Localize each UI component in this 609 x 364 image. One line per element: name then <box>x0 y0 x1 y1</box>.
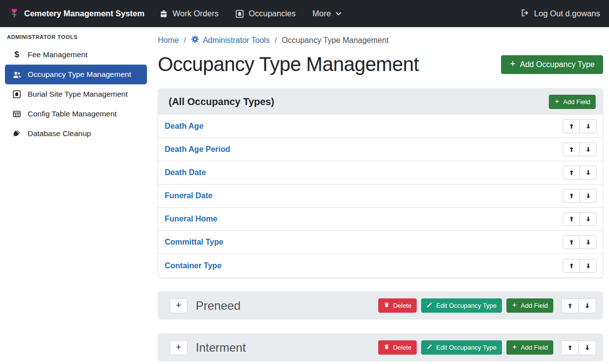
field-row: Death Age <box>158 115 603 138</box>
breadcrumb-admin-tools-link[interactable]: Administrator Tools <box>191 35 270 45</box>
delete-button[interactable]: Delete <box>378 298 417 313</box>
sidebar-item-config-table-management[interactable]: Config Table Management <box>5 104 147 124</box>
field-row: Death Age Period <box>158 138 603 161</box>
occupancy-type-title: Preneed <box>196 299 378 313</box>
edit-occupancy-type-button[interactable]: Edit Occupancy Type <box>421 298 502 313</box>
reorder-buttons <box>563 166 597 180</box>
gear-icon <box>191 35 199 45</box>
move-down-button[interactable] <box>579 212 597 226</box>
app-brand[interactable]: Cemetery Management System <box>9 7 144 20</box>
field-link-death-age[interactable]: Death Age <box>165 122 204 131</box>
reorder-buttons <box>563 119 597 133</box>
sidebar-heading: Administrator Tools <box>0 28 152 45</box>
sidebar-item-label: Burial Site Type Management <box>28 90 128 99</box>
field-link-container-type[interactable]: Container Type <box>165 261 221 270</box>
plus-icon <box>512 302 517 309</box>
breadcrumb-separator: / <box>275 36 277 45</box>
work-orders-icon <box>159 9 168 18</box>
move-down-button[interactable] <box>579 119 597 133</box>
reorder-buttons <box>563 143 597 156</box>
add-field-label: Add Field <box>521 302 548 309</box>
occupancy-type-actions: Delete Edit Occupancy Type Add Field <box>378 340 596 355</box>
breadcrumb-current: Occupancy Type Management <box>282 36 389 45</box>
plus-icon <box>509 60 516 69</box>
field-link-funeral-home[interactable]: Funeral Home <box>165 215 217 223</box>
move-down-button[interactable] <box>578 298 596 313</box>
reorder-buttons <box>561 340 596 355</box>
move-down-button[interactable] <box>579 259 597 273</box>
plus-icon <box>554 98 560 106</box>
move-up-button[interactable] <box>563 235 580 249</box>
table-icon <box>11 109 22 118</box>
plus-icon <box>512 344 517 351</box>
field-link-committal-type[interactable]: Committal Type <box>165 238 223 247</box>
all-occupancy-types-card: (All Occupancy Types) Add Field Death Ag… <box>158 88 603 278</box>
field-link-funeral-date[interactable]: Funeral Date <box>165 191 213 200</box>
move-up-button[interactable] <box>561 340 579 355</box>
sidebar-item-occupancy-type-management[interactable]: Occupancy Type Management <box>5 65 147 84</box>
breadcrumb-home-label: Home <box>158 36 179 45</box>
breadcrumb-separator: / <box>184 36 186 45</box>
move-up-button[interactable] <box>563 189 580 203</box>
edit-occupancy-type-button[interactable]: Edit Occupancy Type <box>421 340 502 355</box>
add-field-label: Add Field <box>521 344 548 351</box>
move-up-button[interactable] <box>563 143 580 156</box>
move-down-button[interactable] <box>579 166 597 180</box>
trash-icon <box>384 302 390 309</box>
nav-work-orders[interactable]: Work Orders <box>159 9 218 18</box>
move-up-button[interactable] <box>563 119 580 133</box>
nav-occupancies[interactable]: Occupancies <box>235 9 295 18</box>
nav-more-label: More <box>313 9 331 18</box>
move-up-button[interactable] <box>563 166 580 180</box>
edit-occupancy-type-label: Edit Occupancy Type <box>436 344 497 351</box>
field-row: Container Type <box>158 254 603 277</box>
logout-icon <box>521 8 530 19</box>
add-field-button[interactable]: Add Field <box>549 95 596 109</box>
field-row: Death Date <box>158 161 603 184</box>
breadcrumb-admin-tools-label: Administrator Tools <box>203 36 270 45</box>
breadcrumb: Home / Administrator Tool <box>158 33 603 45</box>
expand-button[interactable]: + <box>170 298 187 313</box>
sidebar-item-database-cleanup[interactable]: Database Cleanup <box>5 124 147 144</box>
move-down-button[interactable] <box>579 143 597 156</box>
delete-label: Delete <box>393 302 412 309</box>
all-occupancy-types-header: (All Occupancy Types) Add Field <box>158 89 603 115</box>
broom-icon <box>11 129 22 138</box>
top-navbar: Cemetery Management System Work Orders O… <box>0 0 609 27</box>
occupancy-type-section-preneed: + Preneed Delete Edit Occupancy Type Add… <box>158 291 603 320</box>
sidebar-item-burial-site-type-management[interactable]: Burial Site Type Management <box>5 84 147 104</box>
move-down-button[interactable] <box>579 189 597 203</box>
field-link-death-date[interactable]: Death Date <box>165 168 206 177</box>
move-up-button[interactable] <box>563 259 580 273</box>
field-row: Committal Type <box>158 231 603 254</box>
field-row: Funeral Home <box>158 208 603 231</box>
expand-button[interactable]: + <box>170 340 187 355</box>
add-field-label: Add Field <box>563 98 590 106</box>
pencil-icon <box>427 302 432 309</box>
reorder-buttons <box>563 189 597 203</box>
occupancy-type-title: Interment <box>196 341 378 355</box>
sidebar-item-fee-management[interactable]: $ Fee Management <box>5 45 147 65</box>
occupancies-icon <box>235 9 244 18</box>
move-down-button[interactable] <box>578 340 596 355</box>
add-occupancy-type-button[interactable]: Add Occupancy Type <box>501 55 603 74</box>
pencil-icon <box>427 344 432 351</box>
add-field-button[interactable]: Add Field <box>506 298 553 313</box>
main-nav: Work Orders Occupancies More <box>159 9 342 18</box>
move-down-button[interactable] <box>579 235 597 249</box>
delete-button[interactable]: Delete <box>378 340 417 355</box>
tombstone-icon <box>11 90 22 99</box>
field-link-death-age-period[interactable]: Death Age Period <box>165 145 230 154</box>
logout-button[interactable]: Log Out d.gowans <box>521 8 600 19</box>
move-up-button[interactable] <box>563 212 580 226</box>
card-title: (All Occupancy Types) <box>169 96 274 108</box>
add-field-button[interactable]: Add Field <box>506 340 553 355</box>
sidebar-item-label: Occupancy Type Management <box>28 70 131 79</box>
breadcrumb-home-link[interactable]: Home <box>158 36 179 45</box>
move-up-button[interactable] <box>561 298 579 313</box>
occupancy-type-actions: Delete Edit Occupancy Type Add Field <box>378 298 596 313</box>
sidebar-item-label: Fee Management <box>28 50 88 59</box>
main-content: Home / Administrator Tool <box>152 27 609 364</box>
nav-more[interactable]: More <box>313 9 342 18</box>
trash-icon <box>384 344 390 351</box>
